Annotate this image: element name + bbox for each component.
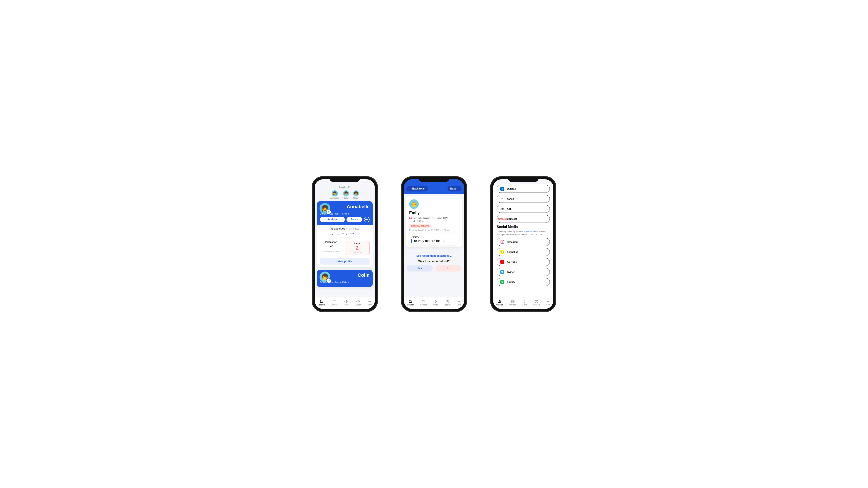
tab-alerts[interactable]: Alerts: [522, 300, 527, 306]
question-icon: [445, 300, 449, 303]
tab-children[interactable]: Children: [496, 300, 503, 306]
outlook-icon: O: [500, 187, 504, 191]
service-label: Outlook: [507, 188, 516, 190]
checkmark-icon: [320, 244, 343, 250]
svg-point-23: [502, 241, 503, 243]
flag-badge: predatory behavior: [409, 224, 431, 228]
svg-point-9: [320, 300, 321, 301]
tab-devices[interactable]: Devices: [331, 300, 338, 306]
notch: [508, 177, 538, 182]
section-description: Monitoring varies by platform. Click her…: [497, 230, 550, 236]
tab-bar: Children Devices Alerts Support More: [315, 297, 375, 309]
kid-colin[interactable]: 👦 Colin: [343, 190, 349, 199]
service-aol[interactable]: Aol. Aol: [497, 205, 550, 213]
rules-time: 7am – 8:30am: [335, 281, 349, 284]
youtube-icon: [500, 260, 504, 264]
tab-support[interactable]: Support: [444, 300, 451, 306]
back-button[interactable]: Back to all: [407, 186, 428, 191]
service-youtube[interactable]: YouTube: [497, 258, 550, 266]
yes-button[interactable]: Yes: [407, 265, 433, 271]
tab-label: Alerts: [433, 304, 438, 306]
kid-annabelle[interactable]: 👧 Annabelle: [331, 190, 339, 199]
tab-support[interactable]: Support: [533, 300, 540, 306]
tab-alerts[interactable]: Alerts: [344, 300, 348, 306]
service-yahoo[interactable]: Y! Yahoo: [497, 195, 550, 203]
people-icon: [498, 300, 502, 303]
svg-point-5: [346, 234, 347, 234]
kid-label: Colin: [344, 197, 348, 199]
service-instagram[interactable]: Instagram: [497, 238, 550, 246]
phone-2: Back to all Next 👵 Emily Text with Jerem…: [401, 177, 467, 312]
megaphone-icon: [523, 300, 527, 303]
wifi-badge-icon: [327, 279, 331, 283]
service-label: Aol: [507, 207, 511, 210]
tab-more[interactable]: More: [546, 300, 550, 306]
tab-devices[interactable]: Devices: [420, 300, 427, 306]
tab-label: Support: [533, 304, 540, 306]
service-label: YouTube: [507, 261, 517, 263]
svg-point-8: [355, 234, 356, 235]
alerts-block[interactable]: Alerts 2 need review: [345, 240, 370, 255]
protection-block[interactable]: Protection 8 devices & apps: [320, 240, 343, 255]
desc-1: Monitoring varies by platform.: [497, 230, 524, 233]
svg-point-7: [353, 233, 354, 234]
service-snapchat[interactable]: Snapchat: [497, 248, 550, 256]
tab-support[interactable]: Support: [355, 300, 361, 306]
kid-label: Mason: [353, 197, 359, 199]
tab-children[interactable]: Children: [407, 300, 414, 306]
child-card-colin: 👦 Colin Default rules 7am – 8:30am: [317, 270, 373, 287]
view-profile-button[interactable]: View profile: [320, 258, 370, 265]
twitter-icon: [500, 270, 504, 274]
tab-children[interactable]: Children: [318, 300, 325, 306]
click-here-link[interactable]: Click here: [524, 230, 533, 233]
megaphone-icon: [433, 300, 437, 303]
svg-point-24: [503, 241, 503, 241]
service-label: Snapchat: [507, 251, 518, 253]
service-outlook[interactable]: O Outlook: [497, 185, 550, 193]
alerts-count: 2: [346, 246, 369, 251]
tab-label: Alerts: [522, 304, 527, 306]
service-comcast[interactable]: COMCAST Comcast: [497, 215, 550, 223]
wifi-badge-icon: [327, 210, 331, 214]
tab-label: More: [457, 304, 461, 306]
avatar-icon: 👦: [343, 190, 349, 196]
pause-button[interactable]: Pause: [346, 217, 362, 222]
tab-alerts[interactable]: Alerts: [433, 300, 438, 306]
next-button[interactable]: Next: [447, 186, 461, 191]
svg-point-1: [332, 234, 333, 235]
more-button[interactable]: •••: [364, 217, 370, 222]
kid-mason[interactable]: 🧒 Mason: [353, 190, 359, 199]
svg-point-6: [350, 233, 350, 234]
tab-label: Devices: [420, 304, 427, 306]
service-twitter[interactable]: Twitter: [497, 268, 550, 276]
no-button[interactable]: No: [435, 265, 461, 271]
back-label: Back to all: [412, 187, 425, 190]
tab-bar: Children Devices Alerts Support More: [404, 297, 464, 309]
phone-3: O Outlook Y! Yahoo Aol. Aol COMCAST Comc…: [491, 177, 556, 312]
devices-icon: [511, 300, 515, 303]
recommended-actions-link[interactable]: See recommended actions...: [404, 254, 464, 257]
next-label: Next: [450, 187, 456, 190]
menu-icon: [457, 300, 461, 303]
kid-label: Annabelle: [331, 197, 339, 199]
tab-more[interactable]: More: [457, 300, 461, 306]
tab-more[interactable]: More: [367, 300, 372, 306]
service-spotify[interactable]: Spotify: [497, 278, 550, 286]
brand-text: bark: [339, 185, 346, 189]
protection-sub: 8 devices & apps: [320, 251, 343, 253]
meta-other-name: Jeremy: [423, 217, 431, 219]
screen-connections: O Outlook Y! Yahoo Aol. Aol COMCAST Comc…: [493, 179, 553, 309]
tab-devices[interactable]: Devices: [509, 300, 516, 306]
screen-children: bark 👧 Annabelle 👦 Colin 🧒 Mason: [315, 179, 375, 309]
tab-label: More: [546, 304, 550, 306]
sparkline-icon: [320, 231, 365, 237]
tab-label: Support: [444, 304, 451, 306]
meta-suffix-1: on October 2020: [432, 217, 448, 219]
chevron-right-icon: [457, 188, 459, 190]
tab-bar: Children Devices Alerts Support More: [493, 297, 553, 309]
activities-section: 32 activities in last 7 days: [317, 225, 373, 240]
service-label: Twitter: [507, 271, 515, 273]
settings-button[interactable]: Settings: [320, 217, 345, 222]
child-card-annabelle: 👧 Annabelle Default rules 7am – 8:30am S…: [317, 201, 373, 267]
tab-label: Children: [496, 304, 503, 306]
